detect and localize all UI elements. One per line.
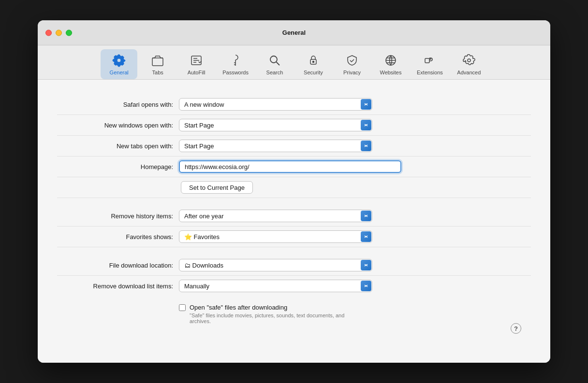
file-download-label: File download location: (57, 262, 173, 269)
favorites-control: ⭐ Favorites Reading List History (179, 230, 372, 243)
new-tabs-select-wrapper: Start Page Homepage Empty Page Same Tab (179, 140, 372, 152)
preferences-window: General General Tabs (38, 20, 550, 363)
safari-opens-select-wrapper: A new window A new tab A new private win… (179, 98, 372, 111)
new-tabs-select[interactable]: Start Page Homepage Empty Page Same Tab (179, 140, 372, 152)
toolbar: General Tabs Au (38, 45, 550, 80)
open-safe-text-group: Open "safe" files after downloading "Saf… (190, 304, 354, 324)
general-icon (112, 53, 126, 68)
svg-rect-0 (152, 58, 163, 66)
tab-autofill-label: AutoFill (188, 70, 206, 75)
tab-passwords[interactable]: Passwords (217, 49, 254, 79)
svg-point-8 (270, 56, 277, 63)
tab-privacy[interactable]: Privacy (334, 49, 370, 79)
tab-search[interactable]: Search (256, 49, 293, 79)
help-button[interactable]: ? (511, 323, 521, 334)
open-safe-label: Open "safe" files after downloading (190, 304, 354, 311)
new-tabs-control: Start Page Homepage Empty Page Same Tab (179, 140, 372, 152)
set-current-row: Set to Current Page (57, 177, 531, 198)
remove-download-select-wrapper: Manually Upon successful download When S… (179, 280, 372, 292)
tab-search-label: Search (266, 70, 283, 75)
remove-download-control: Manually Upon successful download When S… (179, 280, 372, 292)
tab-passwords-label: Passwords (222, 70, 249, 75)
tab-security[interactable]: Security (295, 49, 332, 79)
spacer-1 (57, 198, 531, 206)
svg-rect-14 (425, 58, 429, 63)
spacer-2 (57, 247, 531, 255)
new-windows-select-wrapper: Start Page Homepage Empty Page Same Page (179, 119, 372, 131)
close-button[interactable] (45, 29, 52, 36)
tab-privacy-label: Privacy (343, 70, 361, 75)
remove-download-row: Remove download list items: Manually Upo… (57, 276, 531, 296)
remove-history-select[interactable]: After one year After one day After one w… (179, 210, 372, 222)
favorites-label: Favorites shows: (57, 233, 173, 241)
file-download-select[interactable]: 🗂 Downloads Desktop Ask for each downloa… (179, 259, 372, 271)
file-download-select-wrapper: 🗂 Downloads Desktop Ask for each downloa… (179, 259, 372, 271)
search-icon (267, 53, 282, 68)
new-tabs-row: New tabs open with: Start Page Homepage … (57, 136, 531, 156)
file-download-row: File download location: 🗂 Downloads Desk… (57, 255, 531, 276)
tab-advanced-label: Advanced (457, 70, 481, 75)
tab-websites[interactable]: Websites (372, 49, 409, 79)
homepage-label: Homepage: (57, 163, 173, 170)
favorites-select-wrapper: ⭐ Favorites Reading List History (179, 230, 372, 243)
tab-general-label: General (110, 70, 129, 75)
new-windows-label: New windows open with: (57, 122, 173, 129)
titlebar: General (38, 20, 550, 45)
favorites-select[interactable]: ⭐ Favorites Reading List History (179, 230, 372, 243)
open-safe-row: Open "safe" files after downloading "Saf… (57, 296, 531, 324)
tab-general[interactable]: General (101, 49, 137, 79)
set-current-button[interactable]: Set to Current Page (181, 181, 253, 194)
content-wrapper: Safari opens with: A new window A new ta… (57, 94, 531, 343)
open-safe-sublabel: "Safe" files include movies, pictures, s… (190, 312, 354, 324)
websites-icon (383, 53, 398, 68)
file-download-control: 🗂 Downloads Desktop Ask for each downloa… (179, 259, 372, 271)
safari-opens-control: A new window A new tab A new private win… (179, 98, 372, 111)
tab-websites-label: Websites (380, 70, 401, 75)
tab-security-label: Security (304, 70, 323, 75)
new-windows-control: Start Page Homepage Empty Page Same Page (179, 119, 372, 131)
tab-tabs[interactable]: Tabs (139, 49, 176, 79)
minimize-button[interactable] (56, 29, 62, 36)
tab-tabs-label: Tabs (152, 70, 163, 75)
remove-download-select[interactable]: Manually Upon successful download When S… (179, 280, 372, 292)
privacy-icon (345, 53, 359, 68)
tab-advanced[interactable]: Advanced (451, 49, 487, 79)
open-safe-checkbox[interactable] (179, 304, 186, 311)
advanced-icon (462, 53, 476, 68)
security-icon (306, 53, 321, 68)
remove-history-label: Remove history items: (57, 213, 173, 220)
remove-history-select-wrapper: After one year After one day After one w… (179, 210, 372, 222)
new-tabs-label: New tabs open with: (57, 142, 173, 150)
maximize-button[interactable] (66, 29, 72, 36)
homepage-control (179, 160, 401, 173)
svg-line-9 (276, 62, 279, 66)
svg-point-11 (312, 61, 314, 63)
new-windows-select[interactable]: Start Page Homepage Empty Page Same Page (179, 119, 372, 131)
favorites-row: Favorites shows: ⭐ Favorites Reading Lis… (57, 227, 531, 247)
remove-download-label: Remove download list items: (57, 283, 173, 290)
preferences-content: Safari opens with: A new window A new ta… (38, 80, 550, 363)
extensions-icon (423, 53, 437, 68)
safari-opens-row: Safari opens with: A new window A new ta… (57, 94, 531, 115)
tab-autofill[interactable]: AutoFill (178, 49, 215, 79)
homepage-input[interactable] (179, 160, 401, 173)
remove-history-control: After one year After one day After one w… (179, 210, 372, 222)
remove-history-row: Remove history items: After one year Aft… (57, 206, 531, 227)
svg-point-15 (468, 59, 470, 62)
homepage-row: Homepage: (57, 156, 531, 177)
passwords-icon (228, 53, 243, 68)
window-controls (45, 29, 72, 36)
autofill-icon (189, 53, 204, 68)
tabs-icon (150, 53, 165, 68)
safari-opens-label: Safari opens with: (57, 101, 173, 108)
tab-extensions[interactable]: Extensions (411, 49, 449, 79)
safari-opens-select[interactable]: A new window A new tab A new private win… (179, 98, 372, 111)
window-title: General (282, 29, 306, 36)
new-windows-row: New windows open with: Start Page Homepa… (57, 115, 531, 136)
tab-extensions-label: Extensions (417, 70, 443, 75)
